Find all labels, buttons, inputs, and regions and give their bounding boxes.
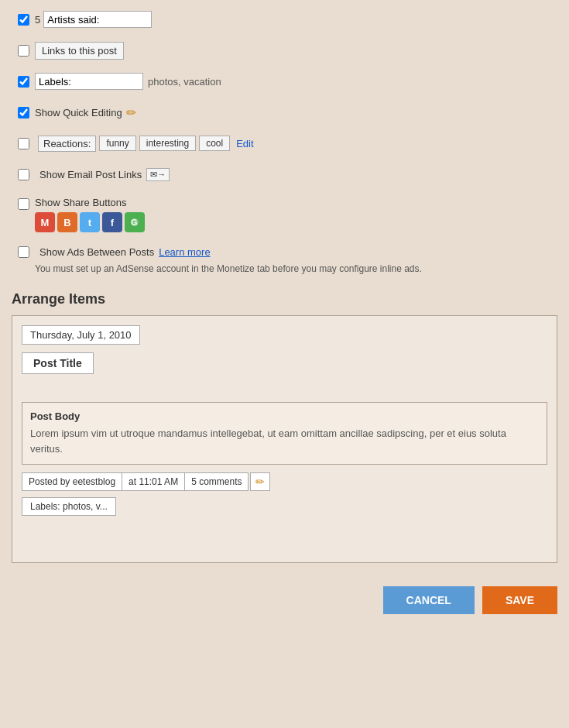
labels-checkbox-cell [12,76,35,88]
arrange-title: Arrange Items [12,291,557,307]
meta-author-badge[interactable]: Posted by eetestblog [22,472,122,491]
links-label: Links to this post [35,42,124,60]
email-post-checkbox[interactable] [18,169,29,180]
save-button[interactable]: SAVE [482,586,557,614]
share-label: Show Share Buttons [35,197,145,208]
artists-number: 5 [35,14,40,26]
reaction-interesting-button[interactable]: interesting [139,136,196,151]
email-post-checkbox-cell [12,169,35,180]
share-buttons-checkbox-cell [12,197,35,210]
date-badge[interactable]: Thursday, July 1, 2010 [22,325,140,345]
share-buttons-row: Show Share Buttons M B t f G [12,194,557,239]
meta-pencil-icon[interactable]: ✏ [250,472,270,491]
links-checkbox-cell [12,45,35,57]
quick-editing-row: Show Quick Editing ✏ [12,101,557,124]
quick-editing-checkbox[interactable] [18,107,29,118]
reactions-checkbox[interactable] [18,138,29,149]
labels-checkbox[interactable] [18,76,29,88]
reactions-label: Reactions: [38,136,96,152]
links-checkbox[interactable] [18,45,29,57]
email-post-row: Show Email Post Links ✉→ [12,163,557,186]
email-post-label: Show Email Post Links [39,169,142,180]
artists-checkbox[interactable] [18,14,29,26]
reaction-cool-button[interactable]: cool [199,136,230,151]
reaction-funny-button[interactable]: funny [99,136,135,151]
share-icons-wrapper: M B t f G [35,212,145,232]
share-buttons-checkbox[interactable] [18,198,29,210]
share-buzz-icon[interactable]: G [125,212,145,232]
labels-badge[interactable]: Labels: photos, v... [22,497,116,516]
artists-row: 5 [12,8,557,31]
ads-note: You must set up an AdSense account in th… [35,262,557,276]
arrange-box: Thursday, July 1, 2010 Post Title Post B… [12,315,557,563]
labels-row: photos, vacation [12,70,557,93]
post-title-badge[interactable]: Post Title [22,352,94,374]
post-body-text: Lorem ipsum vim ut utroque mandamus inte… [30,426,539,456]
arrange-section: Arrange Items Thursday, July 1, 2010 Pos… [12,291,557,563]
ads-row: Show Ads Between Posts Learn more [12,246,557,258]
quick-editing-label: Show Quick Editing [35,107,122,118]
share-gmail-icon[interactable]: M [35,212,55,232]
ads-learn-more-link[interactable]: Learn more [159,246,210,258]
share-section: Show Share Buttons M B t f G [35,197,145,232]
cancel-button[interactable]: CANCEL [383,586,475,614]
links-row: Links to this post [12,39,557,62]
labels-extra: photos, vacation [148,76,221,88]
meta-time-badge[interactable]: at 11:01 AM [122,472,185,491]
share-blogger-icon[interactable]: B [57,212,77,232]
footer: CANCEL SAVE [0,571,569,626]
svg-text:G: G [131,218,138,227]
labels-input[interactable] [35,73,143,90]
meta-comments-badge[interactable]: 5 comments [185,472,249,491]
reactions-checkbox-cell [12,138,35,149]
reactions-edit-link[interactable]: Edit [236,138,253,149]
share-twitter-icon[interactable]: t [80,212,100,232]
share-facebook-icon[interactable]: f [102,212,122,232]
post-body-box[interactable]: Post Body Lorem ipsum vim ut utroque man… [22,402,547,465]
artists-input[interactable] [43,11,152,28]
email-post-icon: ✉→ [146,168,170,181]
ads-checkbox-cell [12,246,35,258]
artists-checkbox-cell [12,14,35,26]
quick-editing-pencil-icon[interactable]: ✏ [126,105,136,120]
post-body-title: Post Body [30,410,539,422]
reactions-row: Reactions: funny interesting cool Edit [12,132,557,155]
ads-label: Show Ads Between Posts [39,246,154,258]
ads-section: Show Ads Between Posts Learn more You mu… [12,246,557,276]
quick-editing-checkbox-cell [12,107,35,118]
ads-checkbox[interactable] [18,246,29,258]
post-meta-row: Posted by eetestblog at 11:01 AM 5 comme… [22,472,547,491]
